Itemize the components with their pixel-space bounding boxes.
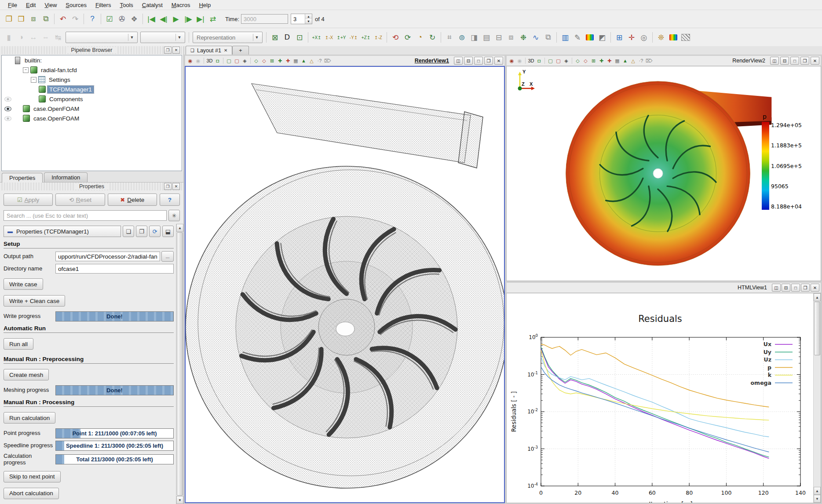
shrink-selection-icon[interactable]: △ bbox=[629, 57, 637, 65]
run-calculation-button[interactable]: Run calculation bbox=[4, 412, 55, 424]
menu-macros[interactable]: Macros bbox=[168, 1, 194, 9]
tab-information[interactable]: Information bbox=[44, 172, 88, 182]
close-dock-button[interactable]: ✕ bbox=[172, 183, 180, 190]
capture-view-icon[interactable]: ◘ bbox=[214, 57, 221, 65]
tree-expander-icon[interactable]: − bbox=[23, 67, 29, 73]
edit-colormap-icon[interactable]: ✎ bbox=[572, 32, 583, 43]
first-frame-icon[interactable]: |◀ bbox=[146, 13, 157, 25]
select-points-rectangle-icon[interactable]: ▢ bbox=[555, 57, 562, 65]
reset-button[interactable]: ⟲Reset bbox=[55, 194, 105, 206]
split-horizontal-button[interactable]: ◫ bbox=[454, 57, 463, 65]
skip-to-next-point-button[interactable]: Skip to next point bbox=[4, 471, 61, 482]
rotate-90-icon[interactable]: ↻ bbox=[427, 32, 438, 43]
maximize-view-button[interactable]: □ bbox=[474, 57, 483, 65]
properties-group-header[interactable]: ▬ Properties (TCFDManager1) bbox=[4, 226, 121, 237]
pipeline-item-case-openfoam[interactable]: case.OpenFOAM bbox=[2, 113, 182, 123]
popout-view-button[interactable]: ❐ bbox=[484, 57, 493, 65]
frame-up-icon[interactable]: ▲ bbox=[305, 14, 312, 19]
color-legend[interactable]: p 1.294e+051.1883e+51.0695e+5950658.188e… bbox=[762, 113, 810, 210]
contour-icon[interactable]: ⊚ bbox=[456, 32, 468, 43]
scroll-up-icon[interactable]: ▲ bbox=[176, 224, 183, 232]
save-defaults-icon[interactable]: ⬓ bbox=[162, 226, 174, 237]
frame-spinner[interactable]: 3 ▲▼ bbox=[291, 14, 312, 24]
reset-center-icon[interactable]: ◎ bbox=[638, 32, 650, 43]
load-state-icon[interactable]: ⧈ bbox=[28, 13, 39, 25]
link-camera-icon[interactable]: ◉ bbox=[516, 57, 523, 65]
hover-cells-icon[interactable]: ▦ bbox=[292, 57, 300, 65]
visibility-eye-icon[interactable] bbox=[4, 97, 11, 102]
scrollbar-thumb[interactable] bbox=[814, 302, 820, 355]
split-horizontal-button[interactable]: ◫ bbox=[772, 284, 781, 292]
help-button[interactable]: ? bbox=[160, 194, 180, 206]
pipeline-item-tcfdmanager1[interactable]: TCFDManager1 bbox=[2, 84, 182, 94]
threshold-icon[interactable]: ⊟ bbox=[493, 32, 504, 43]
reload-properties-icon[interactable]: ⟳ bbox=[149, 226, 161, 237]
separate-colormap-icon[interactable]: ◩ bbox=[596, 32, 608, 43]
pipeline-browser-titlebar[interactable]: Pipeline Browser ❐✕ bbox=[0, 46, 183, 54]
split-vertical-button[interactable]: ⊟ bbox=[464, 57, 473, 65]
menu-sources[interactable]: Sources bbox=[62, 1, 90, 9]
output-path-input[interactable] bbox=[55, 252, 160, 261]
split-horizontal-button[interactable]: ◫ bbox=[770, 57, 779, 65]
close-view-button[interactable]: ✕ bbox=[811, 57, 819, 65]
adjust-camera-icon[interactable]: ◉ bbox=[508, 57, 515, 65]
plus-y-view-icon[interactable]: ↥+Y bbox=[336, 32, 347, 43]
html-view-viewport[interactable]: Residuals 02040608010012014010010-110-21… bbox=[506, 293, 821, 503]
split-vertical-button[interactable]: ⊟ bbox=[780, 57, 789, 65]
auto-apply-icon[interactable]: ☑ bbox=[104, 13, 115, 25]
select-frustum-icon[interactable]: ◈ bbox=[241, 57, 248, 65]
popout-view-button[interactable]: ❐ bbox=[801, 284, 810, 292]
plus-x-view-icon[interactable]: +X↥ bbox=[311, 32, 322, 43]
slice-icon[interactable]: ▤ bbox=[481, 32, 492, 43]
hover-cells-icon[interactable]: ▦ bbox=[614, 57, 621, 65]
pipeline-item-radial-fan-tcfd[interactable]: −radial-fan.tcfd bbox=[2, 65, 182, 75]
select-cells-rectangle-icon[interactable]: ▢ bbox=[547, 57, 554, 65]
html-view-scrollbar[interactable]: ▲ ▲ ▼ bbox=[813, 293, 821, 503]
split-vertical-button[interactable]: ⊟ bbox=[782, 284, 790, 292]
copy-properties-icon[interactable]: ❏ bbox=[123, 226, 134, 237]
maximize-view-button[interactable]: □ bbox=[791, 284, 800, 292]
rescale-to-data-icon[interactable]: ↔ bbox=[28, 32, 39, 43]
representation-combo[interactable]: Representation▼ bbox=[193, 32, 263, 43]
pipeline-item-components[interactable]: Components bbox=[2, 94, 182, 104]
next-frame-icon[interactable]: |▶ bbox=[183, 13, 194, 25]
zoom-to-data-icon[interactable]: ⊡ bbox=[294, 32, 305, 43]
interactive-select-cells-icon[interactable]: ✚ bbox=[598, 57, 605, 65]
play-icon[interactable]: ▶ bbox=[170, 13, 182, 25]
clip-icon[interactable]: ◨ bbox=[468, 32, 480, 43]
render-view-2-viewport[interactable]: p 1.294e+051.1883e+51.0695e+5950658.188e… bbox=[506, 66, 821, 281]
help-icon[interactable]: ? bbox=[87, 13, 98, 25]
abort-calculation-button[interactable]: Abort calculation bbox=[4, 488, 59, 499]
adjust-camera-icon[interactable]: ◉ bbox=[186, 57, 194, 65]
selection-help-icon[interactable]: ·? bbox=[637, 57, 645, 65]
rescale-visible-icon[interactable]: ↹ bbox=[52, 32, 64, 43]
color-by-combo[interactable]: ▼ bbox=[66, 32, 138, 43]
minus-y-view-icon[interactable]: -Y↥ bbox=[348, 32, 359, 43]
shrink-selection-icon[interactable]: △ bbox=[308, 57, 315, 65]
pipeline-item-case-openfoam[interactable]: case.OpenFOAM bbox=[2, 104, 182, 113]
last-frame-icon[interactable]: ▶| bbox=[195, 13, 206, 25]
select-points-rectangle-icon[interactable]: ▢ bbox=[233, 57, 241, 65]
delete-button[interactable]: ✖Delete bbox=[108, 194, 157, 206]
visibility-eye-icon[interactable] bbox=[4, 116, 11, 121]
undo-icon[interactable]: ↶ bbox=[57, 13, 69, 25]
menu-view[interactable]: View bbox=[41, 1, 60, 9]
loop-icon[interactable]: ⇄ bbox=[207, 13, 219, 25]
close-view-button[interactable]: ✕ bbox=[811, 284, 819, 292]
calculator-icon[interactable]: ⌗ bbox=[444, 32, 455, 43]
color-by-icon[interactable]: ▮ bbox=[3, 32, 15, 43]
select-cells-polygon-icon[interactable]: ◇ bbox=[252, 57, 260, 65]
reset-camera-closest-icon[interactable]: D bbox=[281, 32, 293, 43]
select-points-polygon-icon[interactable]: ◇ bbox=[260, 57, 268, 65]
plus-z-view-icon[interactable]: +Z↥ bbox=[360, 32, 372, 43]
toggle-color-legend-icon[interactable]: ▥ bbox=[559, 32, 571, 43]
menu-catalyst[interactable]: Catalyst bbox=[139, 1, 166, 9]
toggle-3d-icon[interactable]: 3D bbox=[206, 57, 213, 65]
capture-view-icon[interactable]: ◘ bbox=[535, 57, 543, 65]
properties-dock-titlebar[interactable]: Properties ❐✕ bbox=[0, 183, 183, 190]
select-cells-rectangle-icon[interactable]: ▢ bbox=[225, 57, 233, 65]
frame-down-icon[interactable]: ▼ bbox=[305, 19, 312, 24]
reset-camera-icon[interactable]: ⊠ bbox=[269, 32, 281, 43]
grow-selection-icon[interactable]: ▲ bbox=[300, 57, 307, 65]
stream-tracer-icon[interactable]: ∿ bbox=[530, 32, 541, 43]
